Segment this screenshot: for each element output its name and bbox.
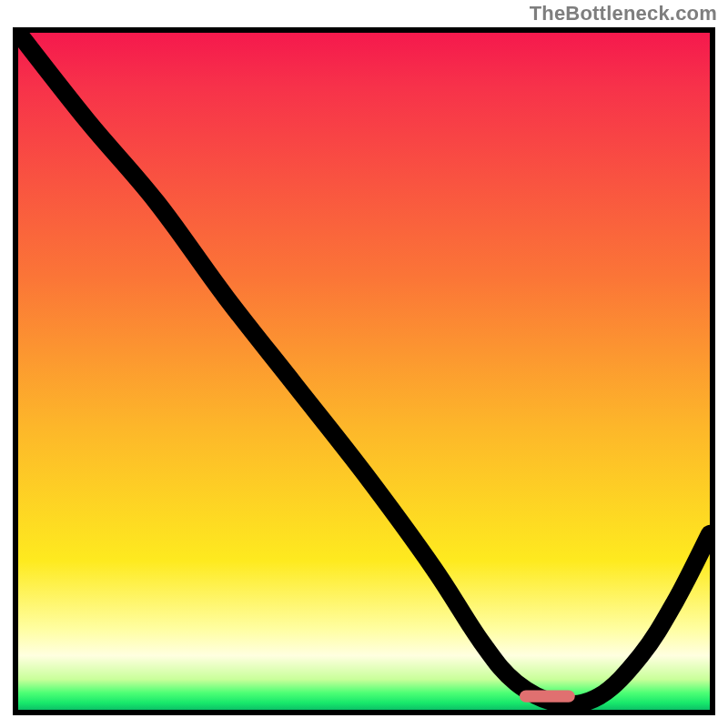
axis-border-bottom bbox=[13, 710, 715, 715]
axis-border-top bbox=[13, 27, 715, 33]
plot-area bbox=[13, 27, 715, 715]
chart-svg bbox=[18, 33, 710, 710]
axis-border-right bbox=[710, 27, 715, 715]
highlight-marker bbox=[520, 690, 575, 702]
attribution-text: TheBottleneck.com bbox=[530, 2, 717, 25]
chart-container: TheBottleneck.com bbox=[0, 0, 728, 728]
bottleneck-curve bbox=[18, 33, 710, 704]
plot-frame bbox=[13, 27, 715, 715]
axis-border-left bbox=[13, 27, 18, 715]
